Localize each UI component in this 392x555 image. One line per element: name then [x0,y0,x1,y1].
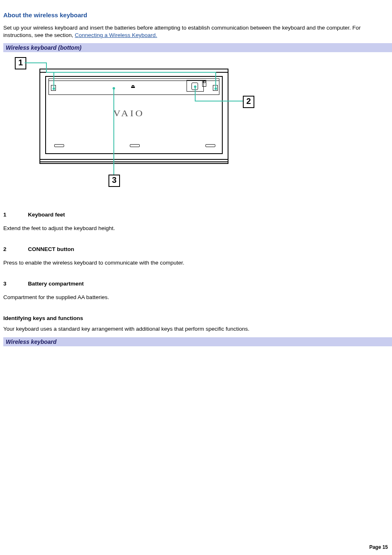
intro-paragraph: Set up your wireless keyboard and insert… [3,24,389,39]
connecting-keyboard-link[interactable]: Connecting a Wireless Keyboard. [75,32,157,38]
page-title: About the wireless keyboard [3,12,389,18]
section-bar-keyboard: Wireless keyboard [3,337,392,346]
callout-desc-1: Extend the feet to adjust the keyboard h… [3,225,389,231]
keyboard-bottom-figure: 1 2 3 ⏏ [15,55,265,187]
eject-icon: ⏏ [131,83,135,89]
callout-label-1: 1 [15,57,26,69]
callout-desc-2: Press to enable the wireless keyboard to… [3,260,389,266]
intro-text: Set up your wireless keyboard and insert… [3,25,361,38]
identifying-keys-desc: Your keyboard uses a standard key arrang… [3,325,389,333]
callout-desc-3: Compartment for the supplied AA batterie… [3,294,389,300]
section-bar-bottom-view: Wireless keyboard (bottom) [3,43,392,52]
callout-label-3: 3 [108,175,120,187]
callout-label-2: 2 [243,96,254,108]
page-number: Page 15 [369,544,388,550]
identifying-keys-heading: Identifying keys and functions [3,315,389,321]
vaio-logo: VAIO [113,109,145,118]
